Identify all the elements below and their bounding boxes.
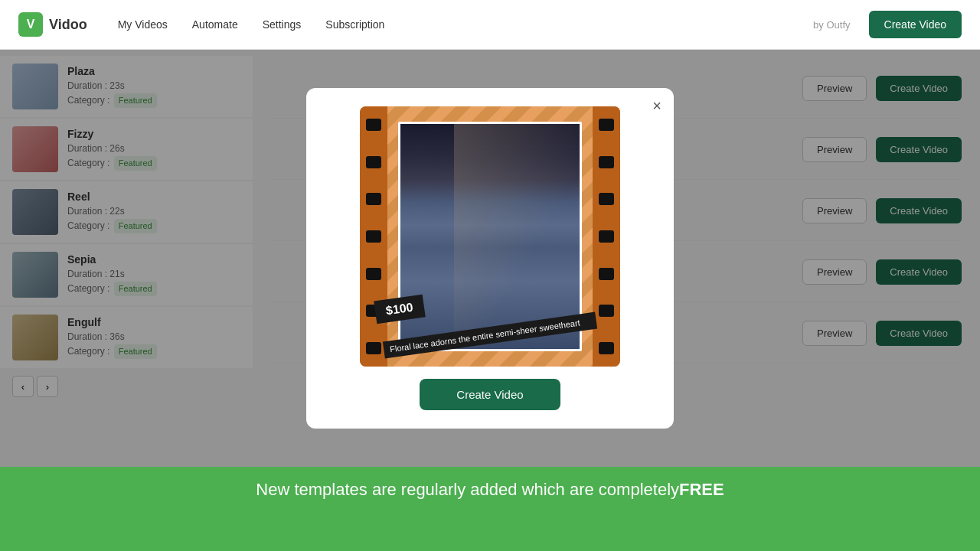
nav-automate[interactable]: Automate	[192, 18, 238, 31]
film-hole	[366, 193, 381, 205]
film-hole	[599, 230, 614, 243]
logo-area: V Vidoo	[18, 12, 87, 37]
top-nav: My Videos Automate Settings Subscription	[118, 18, 813, 31]
film-hole	[366, 119, 381, 131]
modal-close-button[interactable]: ×	[652, 97, 662, 115]
modal-create-video-button[interactable]: Create Video	[420, 379, 560, 410]
main-content: Plaza Duration : 23s Category : Featured…	[0, 50, 980, 467]
nav-subscription[interactable]: Subscription	[325, 18, 384, 31]
jeans-photo	[400, 124, 580, 349]
nav-my-videos[interactable]: My Videos	[118, 18, 168, 31]
film-strip-left	[360, 106, 387, 367]
logo-icon: V	[18, 12, 43, 37]
film-hole	[366, 268, 381, 280]
preview-modal: ×	[306, 88, 674, 429]
film-hole	[599, 268, 614, 280]
film-hole	[366, 342, 381, 354]
film-hole	[366, 156, 381, 168]
modal-overlay: ×	[0, 50, 980, 467]
modal-preview-frame: $100 Floral lace adorns the entire semi-…	[360, 106, 620, 367]
bottom-banner: New templates are regularly added which …	[0, 467, 980, 513]
banner-text-free: FREE	[679, 480, 724, 500]
film-hole	[599, 156, 614, 168]
film-hole	[599, 305, 614, 317]
banner-text-prefix: New templates are regularly added which …	[256, 480, 679, 500]
by-outfy: by Outfy	[813, 19, 850, 31]
film-hole	[599, 193, 614, 205]
top-create-video-button[interactable]: Create Video	[869, 11, 962, 38]
film-hole	[366, 230, 381, 243]
film-hole	[599, 119, 614, 131]
film-hole	[599, 342, 614, 354]
app-name: Vidoo	[49, 17, 87, 33]
nav-settings[interactable]: Settings	[263, 18, 302, 31]
